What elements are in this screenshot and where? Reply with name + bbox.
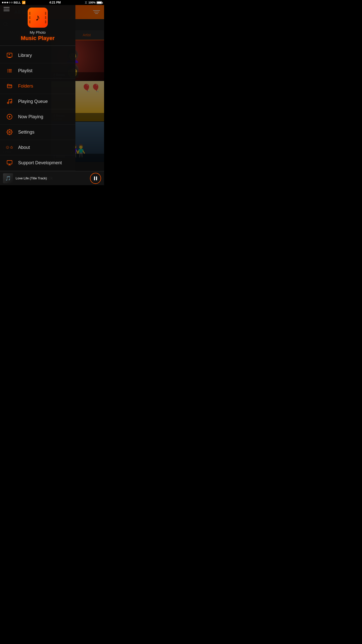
carrier-label: BELL (14, 1, 21, 4)
app-logo: ♪ (28, 8, 48, 28)
ham-line-3 (4, 11, 10, 11)
about-icon (6, 144, 13, 151)
menu-item-settings[interactable]: Settings (0, 125, 75, 140)
menu-label-support: Support Development (18, 160, 62, 166)
library-icon (6, 52, 13, 59)
pause-bar-2 (96, 176, 97, 180)
music-note-icon: ♪ (35, 12, 40, 23)
menu-item-about[interactable]: About (0, 140, 75, 155)
logo-right-bars (45, 12, 46, 23)
menu-label-playlist: Playlist (18, 68, 32, 73)
bluetooth-icon: ⯰ (84, 1, 87, 4)
logo-bar-l2 (29, 16, 30, 19)
battery-percent: 100% (88, 1, 96, 4)
logo-bar-r3 (45, 20, 46, 23)
ham-line-2 (4, 9, 10, 9)
dot-2 (4, 2, 6, 3)
settings-icon (6, 129, 13, 136)
status-time: 4:21 PM (49, 1, 61, 4)
signal-dots (2, 2, 13, 3)
status-right: ⯰ 100% (84, 1, 102, 4)
svg-rect-21 (7, 160, 12, 164)
svg-rect-2 (7, 53, 12, 57)
menu-label-now-playing: Now Playing (18, 114, 43, 119)
ham-line-1 (4, 7, 10, 8)
svg-marker-20 (10, 146, 13, 149)
wifi-icon: 📶 (22, 1, 26, 4)
drawer-header: ♪ My Photo Music Player (0, 0, 75, 46)
menu-label-library: Library (18, 53, 32, 58)
pause-button[interactable] (90, 173, 101, 184)
menu-item-folders[interactable]: Folders (0, 78, 75, 94)
menu-label-playing-queue: Playing Queue (18, 99, 48, 104)
svg-point-16 (9, 131, 10, 133)
svg-point-6 (8, 70, 8, 71)
pause-icon (94, 176, 97, 180)
logo-left-bars (29, 12, 30, 23)
svg-point-5 (8, 69, 8, 70)
logo-bar-r1 (45, 12, 46, 15)
menu-item-library[interactable]: Library (0, 48, 75, 63)
hamburger-button[interactable] (4, 7, 10, 11)
dot-4 (9, 2, 10, 3)
status-bar: BELL 📶 4:21 PM ⯰ 100% (0, 0, 104, 5)
logo-bar-l3 (29, 20, 30, 23)
dot-1 (2, 2, 4, 3)
battery-fill (97, 2, 102, 4)
svg-point-12 (7, 102, 9, 104)
pause-bar-1 (94, 176, 95, 180)
drawer-menu: Library Playlist (0, 46, 75, 185)
dot-5 (11, 2, 13, 3)
drawer-app-name: Music Player (21, 35, 55, 42)
menu-item-support[interactable]: Support Development (0, 155, 75, 171)
queue-icon (6, 98, 13, 105)
drawer-username: My Photo (30, 30, 46, 34)
now-playing-icon (6, 113, 13, 120)
support-icon (6, 159, 13, 166)
logo-bar-r2 (45, 16, 46, 19)
playlist-icon (6, 67, 13, 74)
menu-item-playlist[interactable]: Playlist (0, 63, 75, 78)
menu-item-playing-queue[interactable]: Playing Queue (0, 94, 75, 109)
battery-bar (97, 1, 102, 4)
dot-3 (7, 2, 8, 3)
mini-thumb-icon: 🎵 (5, 176, 11, 181)
menu-item-now-playing[interactable]: Now Playing (0, 109, 75, 125)
mini-player-info: Love Life (Title Track) (16, 176, 87, 180)
menu-label-about: About (18, 145, 30, 150)
mini-player: 🎵 Love Life (Title Track) (0, 171, 104, 185)
svg-point-7 (8, 72, 8, 72)
logo-bar-l1 (29, 12, 30, 15)
mini-album-thumb: 🎵 (3, 173, 13, 183)
menu-label-settings: Settings (18, 130, 34, 135)
folders-icon (6, 83, 13, 90)
mini-track-title: Love Life (Title Track) (16, 176, 87, 180)
svg-marker-15 (9, 116, 11, 118)
status-left: BELL 📶 (2, 1, 26, 4)
menu-label-folders: Folders (18, 84, 33, 89)
side-drawer: ♪ My Photo Music Player Library (0, 0, 75, 185)
